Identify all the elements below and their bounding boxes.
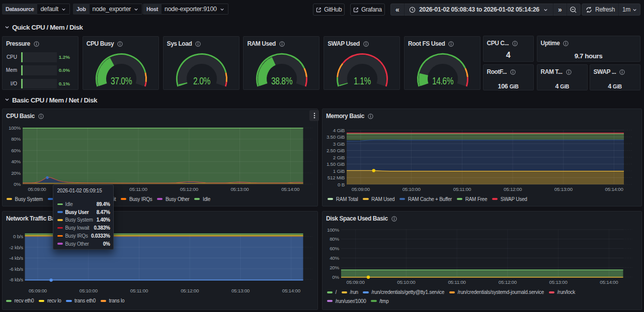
svg-text:05:13:00: 05:13:00 [554, 186, 573, 192]
svg-text:05:14:00: 05:14:00 [600, 279, 618, 285]
svg-text:05:11:00: 05:11:00 [130, 288, 148, 293]
svg-text:80%: 80% [11, 136, 21, 142]
svg-text:4 GiB: 4 GiB [333, 128, 345, 133]
svg-text:05:10:00: 05:10:00 [397, 279, 416, 285]
svg-text:05:14:00: 05:14:00 [282, 288, 301, 293]
svg-text:05:14:00: 05:14:00 [281, 186, 300, 192]
svg-text:1 GiB: 1 GiB [333, 168, 345, 174]
svg-text:05:13:00: 05:13:00 [230, 186, 249, 192]
svg-text:0%: 0% [14, 181, 21, 187]
svg-text:2 GiB: 2 GiB [333, 155, 345, 160]
svg-text:-4 kb/s: -4 kb/s [9, 255, 23, 261]
svg-text:80%: 80% [330, 236, 339, 242]
svg-text:40%: 40% [11, 159, 21, 164]
svg-text:05:11:00: 05:11:00 [129, 186, 147, 192]
svg-text:0 B: 0 B [338, 182, 345, 187]
svg-text:05:11:00: 05:11:00 [448, 279, 466, 285]
svg-text:1.1%: 1.1% [354, 75, 371, 87]
svg-text:100%: 100% [9, 125, 21, 131]
svg-text:0 b/s: 0 b/s [13, 234, 23, 239]
svg-text:05:13:00: 05:13:00 [549, 279, 568, 285]
svg-text:-8 kb/s: -8 kb/s [9, 277, 23, 282]
svg-text:38.8%: 38.8% [271, 75, 292, 87]
svg-text:20%: 20% [11, 170, 21, 176]
svg-text:05:10:00: 05:10:00 [403, 186, 421, 192]
svg-text:37.0%: 37.0% [111, 75, 132, 87]
svg-text:14.6%: 14.6% [432, 75, 453, 87]
svg-text:2.50 GiB: 2.50 GiB [327, 148, 345, 153]
svg-text:05:09:00: 05:09:00 [28, 186, 46, 192]
svg-text:0%: 0% [332, 274, 339, 279]
svg-text:60%: 60% [330, 246, 339, 251]
svg-text:05:10:00: 05:10:00 [79, 288, 98, 293]
svg-text:40%: 40% [330, 255, 339, 261]
svg-text:-6 kb/s: -6 kb/s [9, 266, 23, 271]
svg-text:05:09:00: 05:09:00 [29, 288, 47, 293]
svg-text:3.50 GiB: 3.50 GiB [327, 134, 345, 140]
svg-text:100%: 100% [327, 227, 340, 232]
svg-text:05:12:00: 05:12:00 [499, 279, 517, 285]
svg-text:-2 kb/s: -2 kb/s [9, 244, 23, 250]
svg-text:05:09:00: 05:09:00 [347, 279, 365, 285]
svg-text:05:12:00: 05:12:00 [181, 288, 199, 293]
svg-text:3 GiB: 3 GiB [333, 141, 345, 147]
svg-text:05:12:00: 05:12:00 [504, 186, 522, 192]
svg-text:2.0%: 2.0% [193, 75, 210, 87]
svg-text:20%: 20% [330, 264, 339, 270]
svg-text:512 MiB: 512 MiB [328, 175, 345, 180]
svg-text:05:13:00: 05:13:00 [231, 288, 250, 293]
svg-text:05:09:00: 05:09:00 [352, 186, 370, 192]
svg-text:1.50 GiB: 1.50 GiB [327, 161, 345, 167]
svg-text:60%: 60% [11, 148, 21, 153]
svg-text:05:12:00: 05:12:00 [180, 186, 199, 192]
svg-text:05:14:00: 05:14:00 [605, 186, 624, 192]
svg-text:05:11:00: 05:11:00 [453, 186, 471, 192]
